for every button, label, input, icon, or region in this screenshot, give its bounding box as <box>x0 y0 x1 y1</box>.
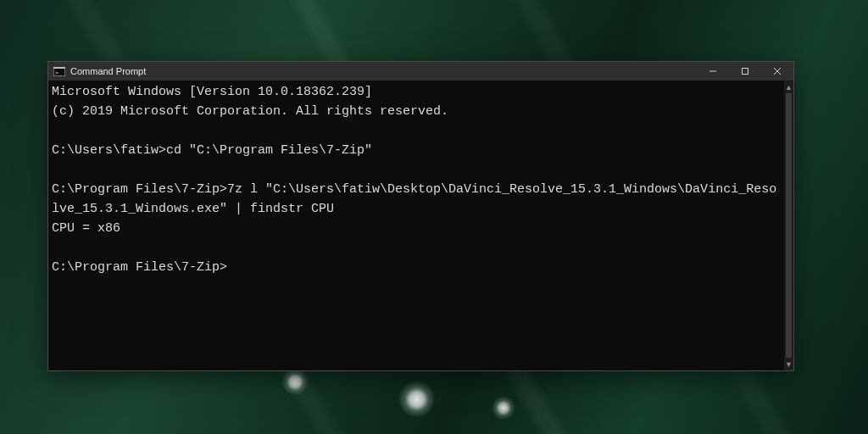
svg-text:>_: >_ <box>55 70 62 76</box>
titlebar[interactable]: >_ Command Prompt <box>48 62 793 81</box>
scroll-down-button[interactable]: ▼ <box>784 358 793 370</box>
minimize-button[interactable] <box>697 62 729 81</box>
cmd-icon: >_ <box>53 67 65 76</box>
desktop-wallpaper: >_ Command Prompt Microsoft Windows [Ver… <box>0 0 868 434</box>
maximize-button[interactable] <box>729 62 761 81</box>
scroll-up-button[interactable]: ▲ <box>784 81 793 93</box>
command-prompt-window: >_ Command Prompt Microsoft Windows [Ver… <box>47 61 794 371</box>
vertical-scrollbar[interactable]: ▲ ▼ <box>784 81 793 370</box>
svg-rect-4 <box>743 69 748 75</box>
terminal-output[interactable]: Microsoft Windows [Version 10.0.18362.23… <box>48 81 784 370</box>
svg-rect-1 <box>53 67 65 69</box>
close-button[interactable] <box>761 62 793 81</box>
window-client-area: Microsoft Windows [Version 10.0.18362.23… <box>48 81 793 370</box>
scrollbar-thumb[interactable] <box>786 93 792 358</box>
window-title: Command Prompt <box>70 66 146 76</box>
